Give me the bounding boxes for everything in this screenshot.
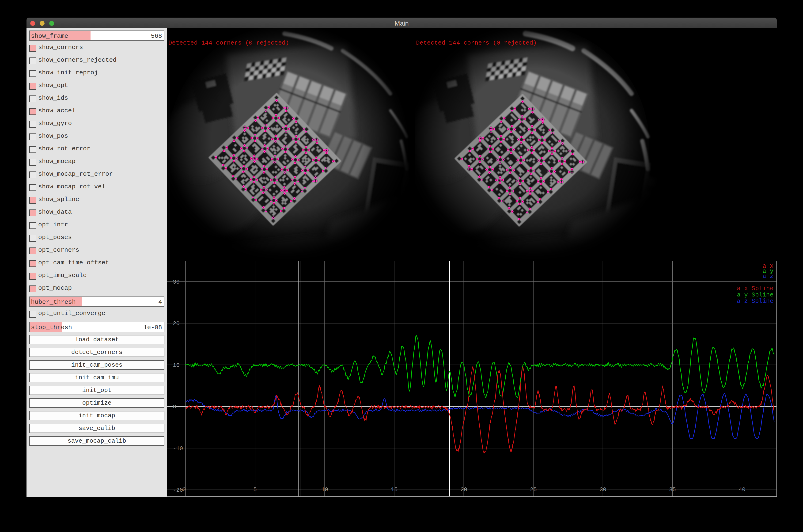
svg-text:40: 40 bbox=[739, 487, 746, 493]
svg-text:20: 20 bbox=[460, 487, 467, 493]
svg-text:Detected 144 corners (0 reject: Detected 144 corners (0 rejected) bbox=[416, 39, 537, 46]
svg-text:35: 35 bbox=[669, 487, 676, 493]
svg-text:30: 30 bbox=[173, 279, 180, 285]
svg-text:30: 30 bbox=[600, 487, 607, 493]
svg-text:25: 25 bbox=[530, 487, 537, 493]
svg-text:a y Spline: a y Spline bbox=[737, 291, 773, 298]
svg-text:0: 0 bbox=[183, 487, 186, 493]
svg-text:10: 10 bbox=[173, 362, 180, 368]
svg-text:5: 5 bbox=[253, 487, 257, 493]
svg-text:20: 20 bbox=[173, 320, 180, 327]
svg-text:a z Spline: a z Spline bbox=[737, 298, 773, 305]
svg-text:-20: -20 bbox=[173, 487, 183, 493]
svg-text:15: 15 bbox=[391, 487, 398, 493]
svg-text:a x Spline: a x Spline bbox=[737, 285, 773, 292]
svg-text:-10: -10 bbox=[173, 445, 183, 452]
svg-text:10: 10 bbox=[321, 487, 328, 493]
svg-text:a z: a z bbox=[762, 273, 773, 280]
svg-text:Detected 144 corners (0 reject: Detected 144 corners (0 rejected) bbox=[168, 39, 289, 46]
svg-text:0: 0 bbox=[173, 404, 176, 410]
